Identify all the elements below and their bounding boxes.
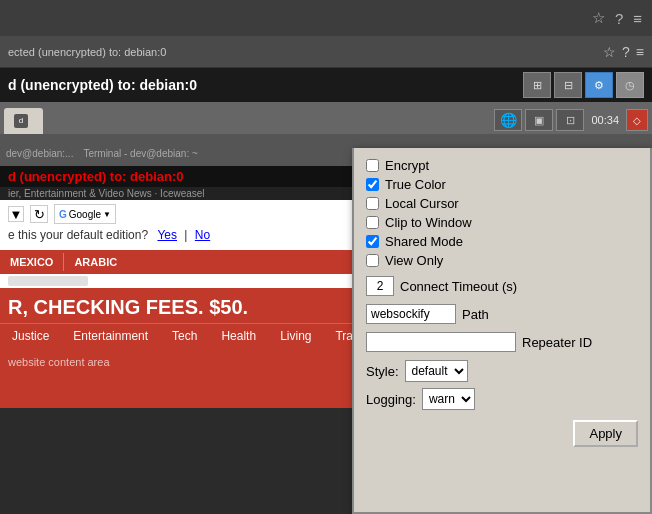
repeater-input[interactable] [366,332,516,352]
nav-icon3[interactable]: ⊡ [556,109,584,131]
local-cursor-option-row: Local Cursor [366,196,638,211]
nav-health[interactable]: Health [209,326,268,346]
yes-link[interactable]: Yes [157,228,177,242]
style-label: Style: [366,364,399,379]
dropdown-arrow[interactable]: ▼ [8,206,24,222]
browser-top-bar: ☆ ? ≡ [0,0,652,36]
shared-mode-label: Shared Mode [385,234,463,249]
browser-tab[interactable]: d [4,108,43,134]
apply-button[interactable]: Apply [573,420,638,447]
nav-justice[interactable]: Justice [0,326,61,346]
red-nav-mexico[interactable]: MEXICO [0,253,63,271]
view-only-label: View Only [385,253,443,268]
path-input[interactable] [366,304,456,324]
hamburger-icon[interactable]: ≡ [636,44,644,60]
menu-icon[interactable]: ≡ [633,10,642,27]
clock-icon[interactable]: ◷ [616,72,644,98]
nav-tech[interactable]: Tech [160,326,209,346]
nav-living[interactable]: Living [268,326,323,346]
encrypt-label: Encrypt [385,158,429,173]
google-search-label: Google [69,209,101,220]
white-bar-content [8,276,88,286]
encrypt-checkbox[interactable] [366,159,379,172]
address-label: ected (unencrypted) to: debian:0 [8,46,166,58]
path-label: Path [462,307,489,322]
time-display: 00:34 [587,114,623,126]
red-nav-arabic[interactable]: ARABIC [63,253,127,271]
local-cursor-checkbox[interactable] [366,197,379,210]
encrypt-option-row: Encrypt [366,158,638,173]
true-color-option-row: True Color [366,177,638,192]
settings-gear-icon[interactable]: ⚙ [585,72,613,98]
connect-timeout-label: Connect Timeout (s) [400,279,517,294]
connect-timeout-row: Connect Timeout (s) [366,276,638,296]
refresh-icon[interactable]: ↻ [30,205,48,223]
banner-text: R, CHECKING FEES. $50. [8,296,248,318]
search-dropdown-icon[interactable]: ▼ [103,210,111,219]
view-only-checkbox[interactable] [366,254,379,267]
table-icon[interactable]: ⊟ [554,72,582,98]
google-g: G [59,209,67,220]
logging-select[interactable]: warn [422,388,475,410]
site-connection-label: d (unencrypted) to: debian:0 [8,169,184,184]
connect-timeout-input[interactable] [366,276,394,296]
shared-mode-checkbox[interactable] [366,235,379,248]
true-color-checkbox[interactable] [366,178,379,191]
no-link[interactable]: No [195,228,210,242]
style-select[interactable]: default [405,360,468,382]
red-footer-text: website content area [8,356,110,368]
view-only-option-row: View Only [366,253,638,268]
inner-tab-label: Terminal - dev@debian: ~ [83,148,197,159]
logging-label: Logging: [366,392,416,407]
true-color-label: True Color [385,177,446,192]
nav-entertainment[interactable]: Entertainment [61,326,160,346]
connection-title: d (unencrypted) to: debian:0 [8,77,197,93]
style-row: Style: default [366,360,638,382]
star-icon[interactable]: ☆ [603,44,616,60]
info-icon[interactable]: ? [622,44,630,60]
red-button[interactable]: ◇ [626,109,648,131]
tab-favicon: d [14,114,28,128]
inner-address: dev@debian:... [6,148,73,159]
path-row: Path [366,304,638,324]
grid-icon[interactable]: ⊞ [523,72,551,98]
clip-to-window-option-row: Clip to Window [366,215,638,230]
logging-row: Logging: warn [366,388,638,410]
nav-globe-icon[interactable]: 🌐 [494,109,522,131]
settings-panel: Encrypt True Color Local Cursor Clip to … [352,148,652,514]
repeater-label: Repeater ID [522,335,592,350]
nav-icon2[interactable]: ▣ [525,109,553,131]
repeater-row: Repeater ID [366,332,638,352]
separator: | [184,228,187,242]
bookmark-icon[interactable]: ☆ [592,9,605,27]
apply-row: Apply [366,420,638,447]
local-cursor-label: Local Cursor [385,196,459,211]
help-icon[interactable]: ? [615,10,623,27]
clip-to-window-label: Clip to Window [385,215,472,230]
clip-to-window-checkbox[interactable] [366,216,379,229]
shared-mode-option-row: Shared Mode [366,234,638,249]
